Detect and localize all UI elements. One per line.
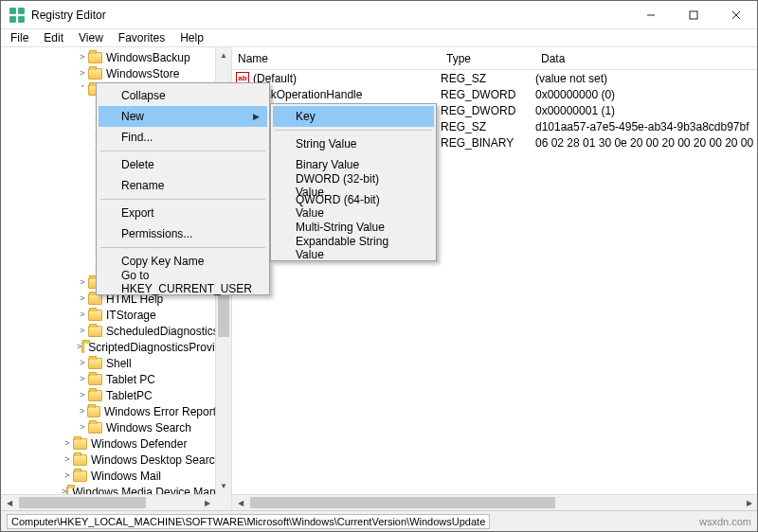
svg-rect-5: [690, 11, 697, 19]
tree-item-label: Windows Desktop Search: [91, 453, 221, 467]
ctx-export[interactable]: Export: [99, 203, 267, 223]
minimize-button[interactable]: [629, 1, 672, 29]
tree-item[interactable]: >Windows Search: [1, 419, 231, 435]
scroll-thumb[interactable]: [250, 497, 555, 508]
new-key[interactable]: Key: [273, 106, 434, 127]
tree-item[interactable]: >WindowsStore: [1, 65, 231, 81]
column-type[interactable]: Type: [441, 52, 535, 65]
svg-rect-1: [18, 8, 25, 14]
tree-item[interactable]: >TabletPC: [1, 387, 231, 403]
tree-horizontal-scrollbar[interactable]: ◀ ▶: [1, 494, 215, 510]
menu-item-label: QWORD (64-bit) Value: [296, 193, 406, 220]
menu-separator: [275, 130, 432, 131]
menu-file[interactable]: File: [3, 30, 36, 45]
ctx-permissions-[interactable]: Permissions...: [99, 223, 267, 244]
expand-icon[interactable]: >: [77, 310, 88, 319]
scroll-up-button[interactable]: ▲: [216, 47, 231, 63]
folder-icon: [88, 68, 102, 80]
value-data: 0x00000000 (0): [535, 88, 757, 101]
ctx-go-to-hkey-current-user[interactable]: Go to HKEY_CURRENT_USER: [99, 272, 267, 293]
statusbar: Computer\HKEY_LOCAL_MACHINE\SOFTWARE\Mic…: [1, 510, 757, 531]
value-data: 0x00000001 (1): [535, 104, 757, 117]
tree-item[interactable]: >WindowsBackup: [1, 49, 231, 65]
context-menu[interactable]: CollapseNew▶Find...DeleteRenameExportPer…: [96, 82, 270, 295]
tree-item[interactable]: >Windows Mail: [1, 468, 231, 484]
context-submenu-new[interactable]: KeyString ValueBinary ValueDWORD (32-bit…: [270, 103, 437, 261]
new-string-value[interactable]: String Value: [273, 133, 434, 154]
column-data[interactable]: Data: [535, 52, 757, 65]
menu-item-label: Export: [121, 206, 154, 220]
list-horizontal-scrollbar[interactable]: ◀ ▶: [232, 494, 757, 510]
column-name[interactable]: Name: [232, 52, 441, 65]
menu-item-label: Expandable String Value: [296, 235, 406, 261]
expand-icon[interactable]: >: [77, 407, 87, 416]
menu-item-label: String Value: [296, 137, 356, 151]
svg-rect-2: [9, 16, 16, 23]
menu-help[interactable]: Help: [172, 30, 211, 45]
menu-edit[interactable]: Edit: [36, 30, 71, 45]
menu-item-label: Permissions...: [121, 227, 192, 240]
menu-item-label: Delete: [121, 158, 154, 171]
ctx-delete[interactable]: Delete: [99, 154, 267, 175]
scroll-right-button[interactable]: ▶: [741, 495, 757, 510]
expand-icon[interactable]: >: [77, 294, 88, 303]
tree-item[interactable]: >Tablet PC: [1, 371, 231, 387]
value-row[interactable]: 011TaskOperationHandleREG_DWORD0x0000000…: [232, 86, 757, 102]
close-button[interactable]: [714, 1, 757, 29]
scroll-thumb[interactable]: [19, 497, 146, 508]
folder-icon: [88, 52, 102, 63]
ctx-find-[interactable]: Find...: [99, 127, 267, 148]
tree-item-label: Windows Search: [106, 421, 191, 434]
expand-icon[interactable]: >: [77, 327, 88, 335]
tree-item[interactable]: >Windows Defender: [1, 435, 231, 452]
scroll-left-button[interactable]: ◀: [232, 495, 248, 510]
tree-item-label: Shell: [106, 357, 132, 370]
tree-item-label: TabletPC: [106, 389, 153, 402]
collapse-icon[interactable]: ˅: [77, 85, 88, 94]
ctx-rename[interactable]: Rename: [99, 175, 267, 196]
tree-item[interactable]: >ScriptedDiagnosticsProvider: [1, 339, 231, 355]
new-qword-64-bit-value[interactable]: QWORD (64-bit) Value: [273, 196, 434, 217]
value-type: REG_DWORD: [441, 104, 535, 117]
scroll-left-button[interactable]: ◀: [1, 495, 17, 510]
status-path: Computer\HKEY_LOCAL_MACHINE\SOFTWARE\Mic…: [7, 514, 490, 529]
expand-icon[interactable]: >: [77, 69, 88, 78]
tree-item-label: WindowsStore: [106, 67, 179, 80]
expand-icon[interactable]: >: [77, 423, 88, 432]
value-type: REG_SZ: [441, 72, 535, 85]
tree-item[interactable]: >Windows Error Reporting: [1, 403, 231, 419]
expand-icon[interactable]: >: [62, 471, 73, 480]
tree-item-label: Tablet PC: [106, 373, 155, 386]
tree-item[interactable]: >Shell: [1, 355, 231, 371]
folder-icon: [88, 310, 102, 321]
new-expandable-string-value[interactable]: Expandable String Value: [273, 238, 434, 258]
folder-icon: [88, 390, 102, 401]
expand-icon[interactable]: >: [62, 439, 73, 448]
svg-rect-3: [18, 16, 25, 23]
expand-icon[interactable]: >: [77, 359, 88, 367]
expand-icon[interactable]: >: [62, 455, 73, 464]
maximize-button[interactable]: [672, 1, 714, 29]
menu-view[interactable]: View: [71, 30, 111, 45]
scroll-right-button[interactable]: ▶: [199, 495, 215, 510]
menu-item-label: Collapse: [121, 89, 166, 102]
folder-icon: [73, 454, 87, 466]
expand-icon[interactable]: >: [77, 278, 88, 287]
tree-item-label: Windows Mail: [91, 470, 161, 483]
tree-item-label: ITStorage: [106, 309, 156, 322]
menu-favorites[interactable]: Favorites: [111, 30, 172, 45]
value-row[interactable]: ab(Default)REG_SZ(value not set): [232, 70, 757, 86]
ctx-collapse[interactable]: Collapse: [99, 85, 267, 106]
tree-item[interactable]: >Windows Desktop Search: [1, 452, 231, 468]
scroll-down-button[interactable]: ▼: [216, 478, 231, 494]
expand-icon[interactable]: >: [77, 375, 88, 383]
folder-icon: [73, 470, 87, 482]
ctx-new[interactable]: New▶: [99, 106, 267, 127]
tree-item-label: Windows Error Reporting: [104, 405, 231, 418]
app-icon: [9, 7, 26, 24]
expand-icon[interactable]: >: [77, 53, 88, 62]
tree-item[interactable]: >ITStorage: [1, 307, 231, 323]
expand-icon[interactable]: >: [77, 391, 88, 399]
tree-item[interactable]: >ScheduledDiagnostics: [1, 323, 231, 339]
menubar: File Edit View Favorites Help: [1, 29, 757, 47]
